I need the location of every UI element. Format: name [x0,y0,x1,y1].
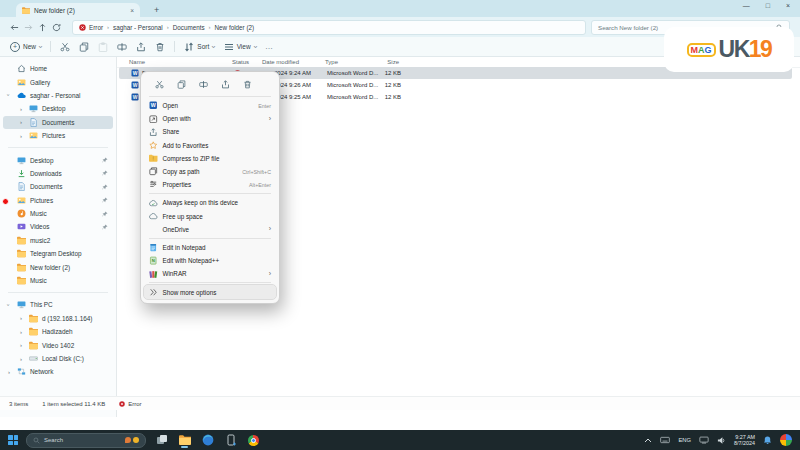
maximize-button[interactable]: □ [766,2,770,9]
sidebar-item-pictures[interactable]: Pictures [3,194,113,207]
tray-chevron-up-icon[interactable] [644,438,652,443]
rename-button[interactable] [117,42,127,52]
menu-item-free-up-space[interactable]: Free up space [144,210,276,223]
chevron-right-icon[interactable]: › [17,342,25,348]
chrome-taskbar-button[interactable] [246,432,261,448]
tab-close-icon[interactable]: × [130,7,134,14]
edge-taskbar-button[interactable] [200,432,215,448]
sort-button[interactable]: Sort› [184,42,214,52]
sync-status[interactable]: Error [119,401,141,407]
column-header-name[interactable]: Name [129,59,145,65]
phone-link-taskbar-button[interactable] [223,432,238,448]
sidebar-item-d-192-168-1-164[interactable]: ›d (192.168.1.164) [3,312,113,325]
sidebar-item-videos[interactable]: Videos [3,220,113,233]
sidebar-item-local-disk-c[interactable]: ›Local Disk (C:) [3,352,113,365]
volume-icon[interactable] [717,436,726,445]
folder-icon [29,314,38,323]
sidebar-item-music[interactable]: Music [3,274,113,287]
sidebar-item-hadizadeh[interactable]: ›Hadizadeh [3,325,113,338]
sidebar-item-this-pc[interactable]: ›This PC [3,298,113,311]
sidebar-item-new-folder-2[interactable]: New folder (2) [3,260,113,273]
chevron-right-icon[interactable]: › [5,369,13,375]
sidebar-item-telegram-desktop[interactable]: Telegram Desktop [3,247,113,260]
breadcrumb-item-documents[interactable]: Documents [173,24,205,31]
music-icon [17,209,26,218]
forward-icon[interactable] [24,23,33,32]
breadcrumb-item-new-folder-2[interactable]: New folder (2) [215,24,255,31]
widgets-icon[interactable] [780,434,792,446]
share-button[interactable] [136,42,146,52]
sidebar-item-desktop[interactable]: ›Desktop [3,102,113,115]
sidebar-item-saghar-personal[interactable]: ›saghar - Personal [3,89,113,102]
share-icon[interactable] [221,80,230,89]
close-button[interactable]: × [786,2,790,9]
view-button[interactable]: View› [224,42,256,52]
sidebar-item-downloads[interactable]: Downloads [3,167,113,180]
cut-button[interactable] [60,42,70,52]
column-header-status[interactable]: Status [232,59,249,65]
task-view-button[interactable] [154,432,169,448]
menu-item-onedrive[interactable]: OneDrive› [144,223,276,236]
menu-item-properties[interactable]: PropertiesAlt+Enter [144,178,276,191]
menu-item-show-more-options[interactable]: Show more options [144,285,276,298]
back-icon[interactable] [10,23,19,32]
clock[interactable]: 9:27 AM 8/7/2024 [734,434,755,446]
menu-item-always-keep-on-this-device[interactable]: Always keep on this device [144,196,276,209]
menu-item-compress-to-zip-file[interactable]: Compress to ZIP file [144,152,276,165]
chevron-down-icon[interactable]: › [6,301,12,309]
paste-button[interactable] [98,42,108,52]
menu-item-open-with[interactable]: Open with› [144,112,276,125]
chevron-right-icon[interactable]: › [17,356,25,362]
menu-item-edit-with-notepad[interactable]: NEdit with Notepad++ [144,254,276,267]
sidebar-item-home[interactable]: Home [3,62,113,75]
menu-item-add-to-favorites[interactable]: Add to Favorites [144,139,276,152]
column-header-type[interactable]: Type [325,59,338,65]
network-tray-icon[interactable] [699,436,709,444]
sidebar-item-desktop[interactable]: Desktop [3,153,113,166]
copy-icon[interactable] [177,80,186,89]
copy-button[interactable] [79,42,89,52]
new-tab-button[interactable]: + [154,3,159,17]
notification-bell-icon[interactable] [763,435,772,445]
chevron-right-icon[interactable]: › [17,329,25,335]
breadcrumb[interactable]: Error ›saghar - Personal›Documents›New f… [72,20,586,35]
sidebar-item-music2[interactable]: music2 [3,234,113,247]
see-more-button[interactable]: … [265,42,274,51]
chevron-right-icon[interactable]: › [17,133,25,139]
menu-item-share[interactable]: Share [144,125,276,138]
chevron-down-icon[interactable]: › [6,91,12,99]
sidebar-item-documents[interactable]: ›Documents [3,116,113,129]
menu-item-copy-as-path[interactable]: Copy as pathCtrl+Shift+C [144,165,276,178]
sidebar-item-gallery[interactable]: Gallery [3,75,113,88]
minimize-button[interactable]: — [743,2,750,9]
onedrive-sync-error-chip[interactable]: Error [79,24,103,31]
sidebar-item-music[interactable]: Music [3,207,113,220]
column-header-size[interactable]: Size [357,59,399,65]
chevron-right-icon[interactable]: › [17,106,25,112]
sidebar-item-documents[interactable]: Documents [3,180,113,193]
sidebar-item-pictures[interactable]: ›Pictures [3,129,113,142]
taskbar-search[interactable]: Search [26,433,146,448]
menu-item-open[interactable]: WOpenEnter [144,99,276,112]
sidebar-item-network[interactable]: ›Network [3,365,113,378]
delete-icon[interactable] [243,80,252,89]
menu-item-edit-in-notepad[interactable]: Edit in Notepad [144,241,276,254]
touch-keyboard-icon[interactable] [660,436,670,444]
logo-text: UK19 [719,38,772,61]
up-icon[interactable] [38,23,47,32]
cut-icon[interactable] [155,80,164,89]
start-button[interactable] [8,435,18,445]
sidebar-item-video-1402[interactable]: ›Video 1402 [3,338,113,351]
new-button[interactable]: + New› [10,42,41,52]
breadcrumb-item-saghar-personal[interactable]: saghar - Personal [113,24,163,31]
chevron-right-icon[interactable]: › [17,315,25,321]
delete-button[interactable] [155,42,165,52]
rename-icon[interactable] [199,80,208,89]
refresh-icon[interactable] [52,23,61,32]
file-explorer-taskbar-button[interactable] [177,432,192,448]
chevron-right-icon[interactable]: › [17,119,25,125]
menu-item-winrar[interactable]: WinRAR› [144,267,276,280]
explorer-tab[interactable]: New folder (2) × [16,3,140,17]
column-header-date-modified[interactable]: Date modified [262,59,299,65]
language-indicator[interactable]: ENG [678,437,691,443]
